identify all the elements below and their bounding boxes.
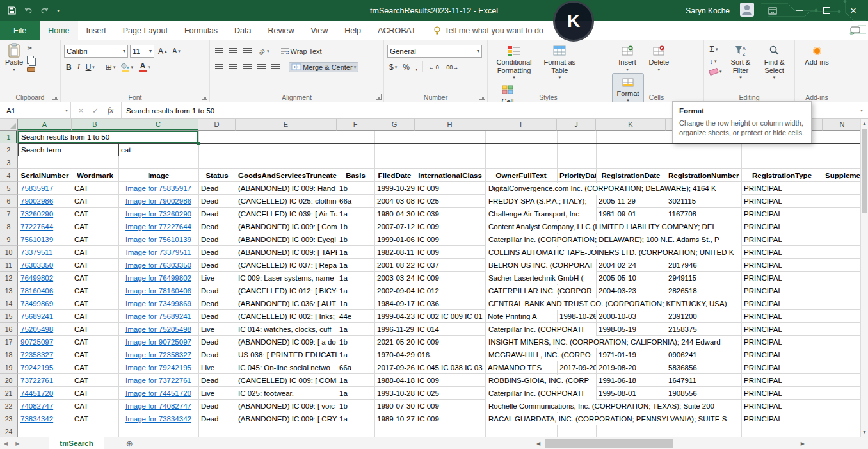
cell-F10[interactable]: 1a xyxy=(337,246,374,259)
row-header-9[interactable]: 9 xyxy=(0,233,18,246)
cell-K15[interactable]: 2000-10-03 xyxy=(596,310,666,323)
cell-F8[interactable]: 1b xyxy=(337,220,374,233)
cell-K20[interactable]: 1991-06-18 xyxy=(596,374,666,387)
cell-M10[interactable]: PRINCIPAL xyxy=(741,246,823,259)
insert-cells-button[interactable]: Insert ▾ xyxy=(613,42,642,74)
ribbon-display-options-button[interactable] xyxy=(764,0,781,21)
cell-B13[interactable]: CAT xyxy=(72,284,118,297)
cell-E18[interactable]: US 038: [ PRINTED EDUCATIO xyxy=(236,348,337,361)
user-avatar[interactable] xyxy=(740,3,754,19)
cell-I20[interactable]: ROBBINS-GIOIA, INC. (CORP xyxy=(486,375,596,387)
cell-D10[interactable]: Dead xyxy=(198,246,236,259)
cell-K6[interactable]: 2005-11-29 xyxy=(596,195,666,208)
sheet-nav-left-button[interactable]: ◀ xyxy=(0,441,12,446)
cell-G21[interactable]: 1993-10-28 xyxy=(374,387,415,400)
row-header-21[interactable]: 21 xyxy=(0,387,18,400)
scroll-up-button[interactable]: ▲ xyxy=(861,119,868,128)
cell-I18[interactable]: MCGRAW-HILL, INC. (CORPO xyxy=(486,349,596,361)
scroll-right-button[interactable]: ▶ xyxy=(798,441,808,446)
cell-B10[interactable]: CAT xyxy=(72,246,118,259)
cell-link-C14[interactable]: Image for 73499869 xyxy=(118,297,198,310)
cell-E6[interactable]: (CANCELLED) IC 025: clothing xyxy=(236,195,337,208)
cell-H13[interactable]: IC 012 xyxy=(415,284,485,297)
cell-F18[interactable]: 1a xyxy=(337,348,374,361)
cell-M19[interactable]: PRINCIPAL xyxy=(741,361,823,374)
cell-H23[interactable]: IC 009 xyxy=(415,412,485,425)
cell-D16[interactable]: Live xyxy=(198,323,236,336)
scroll-down-button[interactable]: ▼ xyxy=(861,428,868,437)
cell-D19[interactable]: Live xyxy=(198,361,236,374)
cell-F11[interactable]: 1a xyxy=(337,259,374,272)
comment-icon[interactable] xyxy=(850,21,868,40)
cell-link-C13[interactable]: Image for 78160406 xyxy=(118,284,198,297)
cell-B8[interactable]: CAT xyxy=(72,220,118,233)
cell-E8[interactable]: (ABANDONED) IC 009: [ Com xyxy=(236,220,337,233)
cell-D11[interactable]: Dead xyxy=(198,259,236,272)
row-header-8[interactable]: 8 xyxy=(0,220,18,233)
alignment-dialog-launcher[interactable] xyxy=(376,94,382,100)
undo-button[interactable] xyxy=(24,7,33,14)
horizontal-scrollbar[interactable]: ◀ ▶ xyxy=(533,438,808,448)
column-header-D[interactable]: D xyxy=(198,119,236,131)
cell-link-C7[interactable]: Image for 73260290 xyxy=(118,208,198,220)
cell-I10[interactable]: COLLINS AUTOMATIC TAPE-JOINERS LTD. (COR… xyxy=(486,247,741,259)
align-right-button[interactable] xyxy=(241,63,253,71)
cell-H12[interactable]: IC 009 xyxy=(415,272,485,284)
cell-link-A18[interactable]: 72358327 xyxy=(18,348,72,361)
row-header-19[interactable]: 19 xyxy=(0,361,18,374)
cell-K21[interactable]: 1995-08-01 xyxy=(596,387,666,400)
cell-F17[interactable]: 1b xyxy=(337,336,374,348)
cell-L15[interactable]: 2391200 xyxy=(666,310,741,323)
cell-G15[interactable]: 1999-04-23 xyxy=(374,310,415,323)
cell-L11[interactable]: 2817946 xyxy=(666,259,741,272)
number-dialog-launcher[interactable] xyxy=(479,94,485,100)
cell-I12[interactable]: Sacher Lasertechnik GmbH ( xyxy=(486,272,596,284)
cell-link-C20[interactable]: Image for 73722761 xyxy=(118,374,198,387)
cell-I19[interactable]: ARMANDO TES xyxy=(485,361,557,374)
addins-button[interactable]: Add-ins xyxy=(798,42,835,68)
cell-link-C6[interactable]: Image for 79002986 xyxy=(118,195,198,208)
row-header-3[interactable]: 3 xyxy=(0,156,18,169)
cell-G9[interactable]: 1999-01-06 xyxy=(374,233,415,246)
cell-M22[interactable]: PRINCIPAL xyxy=(741,400,823,412)
row-header-13[interactable]: 13 xyxy=(0,284,18,297)
scroll-left-button[interactable]: ◀ xyxy=(533,441,543,446)
tab-help[interactable]: Help xyxy=(336,21,369,40)
name-box[interactable]: A1▾ xyxy=(0,102,71,118)
cell-G17[interactable]: 2021-05-20 xyxy=(374,336,415,348)
cell-link-A14[interactable]: 73499869 xyxy=(18,297,72,310)
column-header-E[interactable]: E xyxy=(236,119,337,131)
cell-L7[interactable]: 1167708 xyxy=(666,208,741,220)
cell-E19[interactable]: IC 045: On-line social netwo xyxy=(236,361,337,374)
horizontal-scroll-track[interactable] xyxy=(543,438,798,448)
cell-C2[interactable]: cat xyxy=(118,143,198,156)
cell-A1[interactable]: Search results from 1 to 50 xyxy=(19,131,198,143)
cell-M12[interactable]: PRINCIPAL xyxy=(741,272,823,284)
decrease-font-size-button[interactable]: A▾ xyxy=(171,47,182,55)
cell-M6[interactable]: PRINCIPAL xyxy=(741,195,823,208)
row-header-12[interactable]: 12 xyxy=(0,272,18,284)
cell-link-C10[interactable]: Image for 73379511 xyxy=(118,246,198,259)
column-header-G[interactable]: G xyxy=(374,119,415,131)
cell-F12[interactable]: 1a xyxy=(337,272,374,284)
column-header-H[interactable]: H xyxy=(415,119,485,131)
tell-me-box[interactable]: Tell me what you want to do xyxy=(424,21,552,40)
cell-G18[interactable]: 1970-04-29 xyxy=(374,348,415,361)
cell-I11[interactable]: BELRON US INC. (CORPORAT xyxy=(486,259,596,272)
cell-J19[interactable]: 2017-09-20 xyxy=(557,361,596,374)
cell-I13[interactable]: CATERPILLAR INC. (CORPOR xyxy=(486,285,596,297)
tab-review[interactable]: Review xyxy=(259,21,302,40)
cell-link-C18[interactable]: Image for 72358327 xyxy=(118,348,198,361)
column-header-J[interactable]: J xyxy=(557,119,596,131)
cell-L16[interactable]: 2158375 xyxy=(666,323,741,336)
cell-B9[interactable]: CAT xyxy=(72,233,118,246)
cell-link-C9[interactable]: Image for 75610139 xyxy=(118,233,198,246)
cell-M13[interactable]: PRINCIPAL xyxy=(741,284,823,297)
cell-M5[interactable]: PRINCIPAL xyxy=(741,182,823,195)
cell-B20[interactable]: CAT xyxy=(72,374,118,387)
cell-K19[interactable]: 2019-08-20 xyxy=(596,361,666,374)
cell-M14[interactable]: PRINCIPAL xyxy=(741,297,823,310)
cell-link-A17[interactable]: 90725097 xyxy=(18,336,72,348)
cell-link-C8[interactable]: Image for 77227644 xyxy=(118,220,198,233)
sheet-tab-tmsearch[interactable]: tmSearch xyxy=(49,437,104,449)
